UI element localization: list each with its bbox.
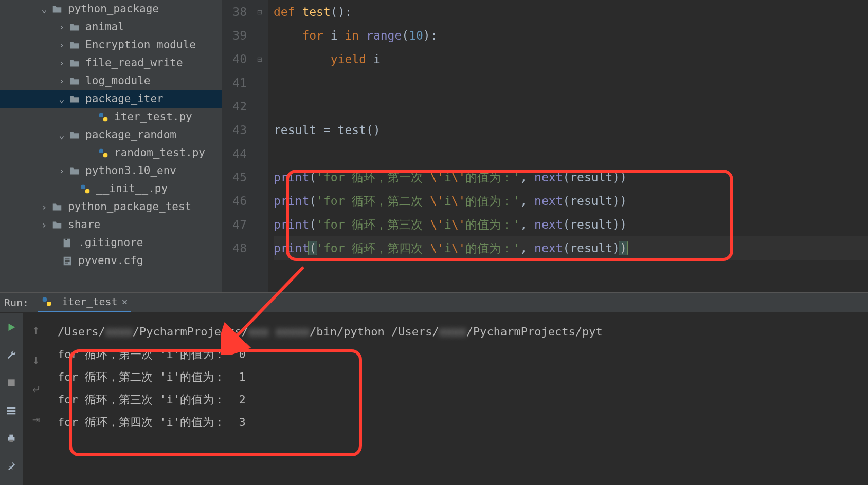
close-icon[interactable]: × (122, 295, 128, 308)
console-output[interactable]: /Users/xxxx/PycharmProjects/xxx xxxxx/bi… (49, 313, 868, 485)
editor-area: 3839404142434445464748 ⊟⊟ def test(): fo… (222, 0, 868, 292)
line-number: 41 (222, 71, 247, 95)
line-number: 43 (222, 118, 247, 142)
stop-icon[interactable] (5, 376, 18, 389)
tree-row[interactable]: random_test.py (0, 144, 222, 162)
tree-row[interactable]: iter_test.py (0, 108, 222, 126)
tree-row[interactable]: __init__.py (0, 180, 222, 198)
chevron-right-icon[interactable]: › (58, 36, 66, 54)
cfg-icon (62, 255, 73, 267)
svg-rect-19 (9, 435, 13, 437)
folder-icon (69, 94, 80, 105)
wrench-icon[interactable] (5, 348, 18, 362)
svg-rect-5 (85, 189, 89, 193)
svg-rect-20 (9, 440, 13, 442)
code-line[interactable]: yield i (274, 47, 868, 71)
tree-row[interactable]: ⌄package_random (0, 126, 222, 144)
console-output-line: for 循环，第三次 'i'的值为： 2 (58, 388, 868, 411)
code-line[interactable]: for i in range(10): (274, 24, 868, 47)
line-number: 38 (222, 0, 247, 24)
play-icon[interactable] (5, 321, 18, 334)
code-line[interactable] (274, 95, 868, 118)
tree-label: file_read_write (85, 54, 183, 72)
chevron-down-icon[interactable]: ⌄ (40, 0, 48, 18)
svg-rect-13 (47, 302, 51, 306)
tree-label: package_random (85, 126, 176, 144)
code-line[interactable]: print('for 循环，第四次 \'i\'的值为：', next(resul… (274, 236, 868, 260)
chevron-right-icon[interactable]: › (58, 162, 66, 180)
tree-row[interactable]: ›python3.10_env (0, 162, 222, 180)
tree-label: log_module (85, 72, 150, 90)
code-line[interactable]: print('for 循环，第三次 \'i\'的值为：', next(resul… (274, 213, 868, 236)
tree-row[interactable]: ⌄package_iter (0, 90, 222, 108)
line-number: 46 (222, 189, 247, 213)
tree-row[interactable]: ›share (0, 216, 222, 234)
fold-icon[interactable]: ⊟ (257, 54, 262, 64)
svg-rect-12 (43, 297, 47, 301)
code-line[interactable]: result = test() (274, 118, 868, 142)
folder-icon (51, 219, 63, 231)
tree-row[interactable]: ›file_read_write (0, 54, 222, 72)
line-number: 47 (222, 213, 247, 236)
chevron-right-icon[interactable]: › (58, 72, 66, 90)
console-output-line: for 循环，第四次 'i'的值为： 3 (58, 411, 868, 434)
svg-rect-16 (7, 410, 16, 412)
tree-label: package_iter (85, 90, 164, 108)
chevron-right-icon[interactable]: › (58, 54, 66, 72)
chevron-down-icon[interactable]: ⌄ (58, 126, 66, 144)
line-number: 39 (222, 24, 247, 47)
tree-label: random_test.py (114, 144, 205, 162)
pin-icon[interactable] (5, 459, 18, 473)
line-number: 42 (222, 95, 247, 118)
py-icon (98, 111, 109, 123)
layout-icon[interactable] (5, 404, 18, 417)
code-line[interactable]: print('for 循环，第一次 \'i\'的值为：', next(resul… (274, 165, 868, 189)
folder-icon (69, 76, 80, 87)
softwrap-icon[interactable]: ⇥ (32, 412, 40, 426)
svg-rect-10 (65, 260, 69, 262)
tree-row[interactable]: ›animal (0, 18, 222, 36)
tree-row[interactable]: pyvenv.cfg (0, 252, 222, 270)
tree-label: Encryption module (85, 36, 196, 54)
svg-rect-4 (81, 184, 85, 189)
folder-icon (69, 165, 80, 177)
svg-rect-0 (99, 113, 103, 117)
svg-rect-14 (8, 379, 14, 386)
folder-icon (69, 58, 80, 69)
project-tree[interactable]: ⌄python_package›animal›Encryption module… (0, 0, 222, 270)
tree-row[interactable]: ›Encryption module (0, 36, 222, 54)
chevron-down-icon[interactable]: ⌄ (58, 90, 66, 108)
tree-label: pyvenv.cfg (78, 252, 143, 270)
wrap-icon[interactable]: ⤶ (31, 382, 41, 397)
code-area[interactable]: def test(): for i in range(10): yield ir… (268, 0, 868, 292)
printer-icon[interactable] (5, 432, 18, 445)
tree-label: python3.10_env (85, 162, 176, 180)
tree-row[interactable]: ›log_module (0, 72, 222, 90)
run-left-toolbar (0, 313, 23, 485)
editor-gutter: 3839404142434445464748 (222, 0, 257, 292)
py-icon (80, 183, 91, 195)
tree-label: animal (85, 18, 124, 36)
folder-test-icon (51, 201, 63, 213)
tree-label: python_package_test (68, 198, 191, 216)
line-number: 40 (222, 47, 247, 71)
run-tab[interactable]: iter_test × (38, 293, 131, 312)
folder-icon (69, 129, 80, 141)
code-line[interactable]: print('for 循环，第二次 \'i\'的值为：', next(resul… (274, 189, 868, 213)
code-line[interactable]: def test(): (274, 0, 868, 24)
top-area: ⌄python_package›animal›Encryption module… (0, 0, 868, 292)
down-arrow-icon[interactable]: ↓ (32, 352, 40, 367)
code-line[interactable] (274, 71, 868, 95)
run-toolwindow: ↑ ↓ ⤶ ⇥ /Users/xxxx/PycharmProjects/xxx … (0, 313, 868, 485)
chevron-right-icon[interactable]: › (40, 198, 48, 216)
line-number: 45 (222, 165, 247, 189)
chevron-right-icon[interactable]: › (40, 216, 48, 234)
python-icon (41, 296, 52, 307)
chevron-right-icon[interactable]: › (58, 18, 66, 36)
tree-row[interactable]: .gitignore (0, 234, 222, 252)
up-arrow-icon[interactable]: ↑ (32, 323, 40, 337)
tree-row[interactable]: ›python_package_test (0, 198, 222, 216)
tree-row[interactable]: ⌄python_package (0, 0, 222, 18)
code-line[interactable] (274, 142, 868, 165)
fold-icon[interactable]: ⊟ (257, 7, 262, 17)
